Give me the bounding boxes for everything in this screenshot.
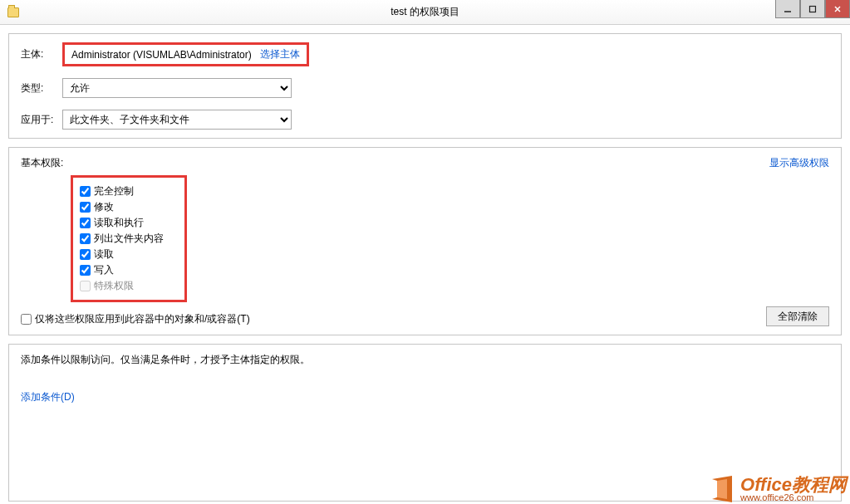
perm-label: 修改 bbox=[94, 200, 114, 214]
maximize-button[interactable] bbox=[800, 0, 825, 18]
perm-write[interactable]: 写入 bbox=[80, 263, 178, 277]
perm-read[interactable]: 读取 bbox=[80, 247, 178, 262]
perm-special: 特殊权限 bbox=[80, 279, 178, 293]
main-panel: 主体: Administrator (VISUMLAB\Administrato… bbox=[8, 33, 842, 139]
permissions-header: 基本权限: bbox=[21, 156, 829, 170]
perm-label: 写入 bbox=[94, 263, 114, 277]
watermark-main: Office教程网 bbox=[740, 476, 847, 494]
perm-write-checkbox[interactable] bbox=[80, 265, 91, 276]
window-controls bbox=[775, 0, 850, 18]
only-apply-label: 仅将这些权限应用到此容器中的对象和/或容器(T) bbox=[35, 312, 250, 326]
titlebar: test 的权限项目 bbox=[0, 0, 850, 25]
perm-read-execute[interactable]: 读取和执行 bbox=[80, 216, 178, 230]
watermark: Office教程网 www.office26.com bbox=[707, 474, 847, 504]
only-apply-checkbox-row[interactable]: 仅将这些权限应用到此容器中的对象和/或容器(T) bbox=[21, 312, 829, 326]
perm-modify-checkbox[interactable] bbox=[80, 202, 91, 213]
perm-read-checkbox[interactable] bbox=[80, 249, 91, 260]
perm-label: 读取 bbox=[94, 247, 114, 262]
applies-to-label: 应用于: bbox=[21, 113, 62, 127]
clear-all-button[interactable]: 全部清除 bbox=[766, 306, 829, 326]
perm-read-execute-checkbox[interactable] bbox=[80, 218, 91, 228]
conditions-text: 添加条件以限制访问。仅当满足条件时，才授予主体指定的权限。 bbox=[21, 353, 829, 367]
show-advanced-link[interactable]: 显示高级权限 bbox=[769, 156, 829, 170]
principal-name: Administrator (VISUMLAB\Administrator) bbox=[71, 49, 252, 61]
type-select[interactable]: 允许 bbox=[62, 78, 292, 98]
svg-marker-5 bbox=[717, 479, 727, 499]
perm-label: 完全控制 bbox=[94, 184, 134, 198]
perm-list-contents-checkbox[interactable] bbox=[80, 233, 91, 244]
type-label: 类型: bbox=[21, 81, 62, 95]
office-logo-icon bbox=[707, 474, 737, 504]
window-title: test 的权限项目 bbox=[0, 5, 850, 19]
window-icon bbox=[5, 4, 22, 21]
perm-label: 特殊权限 bbox=[94, 279, 134, 293]
only-apply-checkbox[interactable] bbox=[21, 314, 32, 325]
permissions-panel: 基本权限: 显示高级权限 完全控制 修改 读取和执行 列出文件夹内容 读取 bbox=[8, 147, 842, 335]
perm-full-control-checkbox[interactable] bbox=[80, 186, 91, 197]
perm-label: 列出文件夹内容 bbox=[94, 232, 164, 246]
add-condition-link[interactable]: 添加条件(D) bbox=[21, 391, 75, 403]
svg-rect-1 bbox=[810, 6, 816, 12]
perm-label: 读取和执行 bbox=[94, 216, 144, 230]
perm-special-checkbox bbox=[80, 281, 91, 291]
watermark-text: Office教程网 www.office26.com bbox=[740, 476, 847, 502]
applies-to-select[interactable]: 此文件夹、子文件夹和文件 bbox=[62, 110, 292, 130]
perm-modify[interactable]: 修改 bbox=[80, 200, 178, 214]
principal-label: 主体: bbox=[21, 47, 62, 61]
principal-box: Administrator (VISUMLAB\Administrator) 选… bbox=[62, 42, 309, 66]
perm-full-control[interactable]: 完全控制 bbox=[80, 184, 178, 198]
select-principal-link[interactable]: 选择主体 bbox=[260, 47, 300, 61]
minimize-button[interactable] bbox=[775, 0, 800, 18]
perm-list-contents[interactable]: 列出文件夹内容 bbox=[80, 232, 178, 246]
close-button[interactable] bbox=[825, 0, 850, 18]
permissions-list: 完全控制 修改 读取和执行 列出文件夹内容 读取 写入 bbox=[71, 175, 187, 302]
folder-icon bbox=[7, 7, 19, 17]
watermark-sub: www.office26.com bbox=[740, 492, 813, 502]
